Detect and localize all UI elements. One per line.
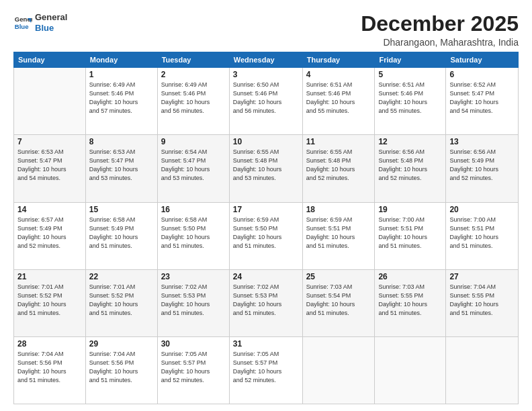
day-info: Sunrise: 7:04 AMSunset: 5:56 PMDaylight:… <box>17 350 82 385</box>
calendar-day-cell: 26Sunrise: 7:03 AMSunset: 5:55 PMDayligh… <box>375 269 446 336</box>
day-header-monday: Monday <box>85 52 157 68</box>
day-number: 19 <box>378 205 442 214</box>
calendar-day-cell: 16Sunrise: 6:58 AMSunset: 5:50 PMDayligh… <box>157 202 229 269</box>
day-info: Sunrise: 7:05 AMSunset: 5:57 PMDaylight:… <box>233 350 299 385</box>
calendar-day-cell: 18Sunrise: 6:59 AMSunset: 5:51 PMDayligh… <box>302 202 375 269</box>
calendar-day-cell: 24Sunrise: 7:02 AMSunset: 5:53 PMDayligh… <box>229 269 302 336</box>
day-number: 10 <box>233 137 299 146</box>
calendar-day-cell: 4Sunrise: 6:51 AMSunset: 5:46 PMDaylight… <box>302 68 375 135</box>
day-info: Sunrise: 6:56 AMSunset: 5:48 PMDaylight:… <box>378 148 442 183</box>
day-info: Sunrise: 6:56 AMSunset: 5:49 PMDaylight:… <box>449 148 515 183</box>
day-info: Sunrise: 7:00 AMSunset: 5:51 PMDaylight:… <box>449 216 515 250</box>
calendar-week-row: 7Sunrise: 6:53 AMSunset: 5:47 PMDaylight… <box>14 135 519 202</box>
day-number: 5 <box>378 70 442 79</box>
day-number: 14 <box>17 205 82 214</box>
day-info: Sunrise: 6:52 AMSunset: 5:47 PMDaylight:… <box>449 81 515 116</box>
title-block: December 2025 Dharangaon, Maharashtra, I… <box>361 12 519 48</box>
calendar-day-cell <box>446 336 519 404</box>
header: General Blue General Blue December 2025 … <box>13 12 519 48</box>
logo-general: General <box>35 12 67 23</box>
day-number: 8 <box>89 137 154 146</box>
day-info: Sunrise: 6:54 AMSunset: 5:47 PMDaylight:… <box>161 148 226 183</box>
day-info: Sunrise: 7:02 AMSunset: 5:53 PMDaylight:… <box>233 283 299 318</box>
day-info: Sunrise: 7:04 AMSunset: 5:55 PMDaylight:… <box>449 283 515 318</box>
day-header-sunday: Sunday <box>14 52 86 68</box>
day-number: 3 <box>233 70 299 79</box>
calendar-day-cell: 11Sunrise: 6:55 AMSunset: 5:48 PMDayligh… <box>302 135 375 202</box>
day-number: 17 <box>233 205 299 214</box>
calendar-day-cell: 3Sunrise: 6:50 AMSunset: 5:46 PMDaylight… <box>229 68 302 135</box>
calendar-day-cell: 19Sunrise: 7:00 AMSunset: 5:51 PMDayligh… <box>375 202 446 269</box>
month-title: December 2025 <box>361 12 519 36</box>
day-info: Sunrise: 6:58 AMSunset: 5:50 PMDaylight:… <box>161 216 226 250</box>
calendar-day-cell: 14Sunrise: 6:57 AMSunset: 5:49 PMDayligh… <box>14 202 86 269</box>
calendar-day-cell: 22Sunrise: 7:01 AMSunset: 5:52 PMDayligh… <box>85 269 157 336</box>
logo-icon: General Blue <box>13 13 32 32</box>
calendar-day-cell <box>302 336 375 404</box>
day-number: 11 <box>306 137 371 146</box>
calendar-day-cell <box>14 68 86 135</box>
calendar-day-cell: 9Sunrise: 6:54 AMSunset: 5:47 PMDaylight… <box>157 135 229 202</box>
day-number: 4 <box>306 70 371 79</box>
day-number: 29 <box>89 339 154 349</box>
calendar-day-cell: 6Sunrise: 6:52 AMSunset: 5:47 PMDaylight… <box>446 68 519 135</box>
day-info: Sunrise: 6:57 AMSunset: 5:49 PMDaylight:… <box>17 216 82 250</box>
calendar-day-cell: 30Sunrise: 7:05 AMSunset: 5:57 PMDayligh… <box>157 336 229 404</box>
calendar-day-cell: 23Sunrise: 7:02 AMSunset: 5:53 PMDayligh… <box>157 269 229 336</box>
day-number: 30 <box>161 339 226 349</box>
day-number: 28 <box>17 339 82 349</box>
day-info: Sunrise: 6:49 AMSunset: 5:46 PMDaylight:… <box>89 81 154 116</box>
calendar-day-cell: 5Sunrise: 6:51 AMSunset: 5:46 PMDaylight… <box>375 68 446 135</box>
calendar-week-row: 1Sunrise: 6:49 AMSunset: 5:46 PMDaylight… <box>14 68 519 135</box>
day-number: 1 <box>89 70 154 79</box>
day-header-friday: Friday <box>375 52 446 68</box>
day-info: Sunrise: 7:03 AMSunset: 5:55 PMDaylight:… <box>378 283 442 318</box>
day-info: Sunrise: 6:59 AMSunset: 5:50 PMDaylight:… <box>233 216 299 250</box>
day-info: Sunrise: 6:55 AMSunset: 5:48 PMDaylight:… <box>306 148 371 183</box>
day-info: Sunrise: 6:53 AMSunset: 5:47 PMDaylight:… <box>89 148 154 183</box>
day-info: Sunrise: 7:02 AMSunset: 5:53 PMDaylight:… <box>161 283 226 318</box>
day-header-saturday: Saturday <box>446 52 519 68</box>
day-info: Sunrise: 6:59 AMSunset: 5:51 PMDaylight:… <box>306 216 371 250</box>
day-header-wednesday: Wednesday <box>229 52 302 68</box>
day-number: 12 <box>378 137 442 146</box>
day-info: Sunrise: 6:49 AMSunset: 5:46 PMDaylight:… <box>161 81 226 116</box>
svg-text:Blue: Blue <box>15 22 29 30</box>
calendar-day-cell: 25Sunrise: 7:03 AMSunset: 5:54 PMDayligh… <box>302 269 375 336</box>
day-info: Sunrise: 7:03 AMSunset: 5:54 PMDaylight:… <box>306 283 371 318</box>
calendar-day-cell: 17Sunrise: 6:59 AMSunset: 5:50 PMDayligh… <box>229 202 302 269</box>
day-number: 27 <box>449 272 515 281</box>
day-info: Sunrise: 7:01 AMSunset: 5:52 PMDaylight:… <box>89 283 154 318</box>
page: General Blue General Blue December 2025 … <box>0 0 532 411</box>
calendar-day-cell: 7Sunrise: 6:53 AMSunset: 5:47 PMDaylight… <box>14 135 86 202</box>
day-info: Sunrise: 7:01 AMSunset: 5:52 PMDaylight:… <box>17 283 82 318</box>
calendar-day-cell: 10Sunrise: 6:55 AMSunset: 5:48 PMDayligh… <box>229 135 302 202</box>
day-number: 21 <box>17 272 82 281</box>
day-number: 7 <box>17 137 82 146</box>
day-info: Sunrise: 6:51 AMSunset: 5:46 PMDaylight:… <box>306 81 371 116</box>
day-header-thursday: Thursday <box>302 52 375 68</box>
calendar-day-cell: 2Sunrise: 6:49 AMSunset: 5:46 PMDaylight… <box>157 68 229 135</box>
calendar-table: SundayMondayTuesdayWednesdayThursdayFrid… <box>13 52 519 404</box>
calendar-day-cell: 27Sunrise: 7:04 AMSunset: 5:55 PMDayligh… <box>446 269 519 336</box>
calendar-day-cell: 21Sunrise: 7:01 AMSunset: 5:52 PMDayligh… <box>14 269 86 336</box>
day-number: 16 <box>161 205 226 214</box>
logo: General Blue General Blue <box>13 12 67 33</box>
day-number: 6 <box>449 70 515 79</box>
day-info: Sunrise: 6:55 AMSunset: 5:48 PMDaylight:… <box>233 148 299 183</box>
day-number: 22 <box>89 272 154 281</box>
day-info: Sunrise: 7:04 AMSunset: 5:56 PMDaylight:… <box>89 350 154 385</box>
day-info: Sunrise: 6:50 AMSunset: 5:46 PMDaylight:… <box>233 81 299 116</box>
calendar-day-cell: 31Sunrise: 7:05 AMSunset: 5:57 PMDayligh… <box>229 336 302 404</box>
day-info: Sunrise: 7:05 AMSunset: 5:57 PMDaylight:… <box>161 350 226 385</box>
day-number: 13 <box>449 137 515 146</box>
day-number: 2 <box>161 70 226 79</box>
calendar-day-cell: 1Sunrise: 6:49 AMSunset: 5:46 PMDaylight… <box>85 68 157 135</box>
calendar-day-cell: 28Sunrise: 7:04 AMSunset: 5:56 PMDayligh… <box>14 336 86 404</box>
day-number: 18 <box>306 205 371 214</box>
calendar-day-cell: 29Sunrise: 7:04 AMSunset: 5:56 PMDayligh… <box>85 336 157 404</box>
calendar-week-row: 28Sunrise: 7:04 AMSunset: 5:56 PMDayligh… <box>14 336 519 404</box>
day-info: Sunrise: 6:51 AMSunset: 5:46 PMDaylight:… <box>378 81 442 116</box>
day-number: 23 <box>161 272 226 281</box>
day-number: 24 <box>233 272 299 281</box>
